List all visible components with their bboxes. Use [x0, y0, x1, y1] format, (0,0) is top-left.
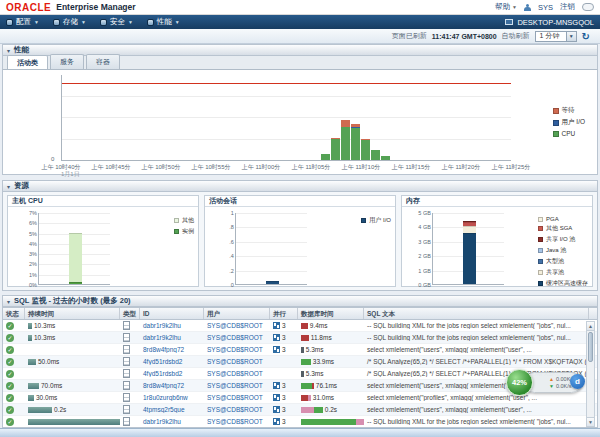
column-header-4[interactable]: 用户 [204, 308, 270, 319]
download-arrow-icon: ▼ [549, 383, 554, 389]
collapse-icon: ▾ [7, 183, 10, 190]
table-row[interactable]: ✓0.2s4tpmsq2r5queSYS@CDB$ROOT3 0.2sselec… [3, 404, 597, 416]
parallel-degree: 3 [282, 418, 286, 425]
column-header-6[interactable]: 数据库时间 [298, 308, 364, 319]
table-scrollbar[interactable]: ▲ ▼ [586, 321, 595, 427]
column-header-3[interactable]: ID [140, 308, 204, 319]
sql-type-icon [123, 369, 130, 378]
menu-items: 配置▼存储▼安全▼性能▼ [6, 17, 194, 27]
activity-bar[interactable] [361, 74, 370, 160]
user-link[interactable]: SYS@CDB$ROOT [207, 382, 263, 389]
table-row[interactable]: ✓50.0ms4fyd51rdsbd2SYS@CDB$ROOT 33.9ms/*… [3, 356, 597, 368]
sql-monitor-section-header[interactable]: ▾ SQL 监视 - 过去的小时数 (最多 20) [2, 295, 598, 307]
host_cpu-bar[interactable] [69, 233, 82, 284]
parallel-degree: 3 [282, 334, 286, 341]
menu-security[interactable]: 安全▼ [100, 17, 133, 27]
table-row[interactable]: ✓10.3msdabr1r9k2lhuSYS@CDB$ROOT3 11.8ms-… [3, 332, 597, 344]
sql-id-link[interactable]: 4tpmsq2r5que [143, 406, 185, 413]
y-axis-zero-label: 0 [51, 156, 54, 162]
overlay-app-icon[interactable]: d [570, 374, 585, 389]
y-tick-label: 4% [29, 241, 37, 247]
sql-text: /* SQL Analyze(65,2) */ SELECT /*+PARALL… [364, 358, 589, 365]
column-header-7[interactable]: SQL 文本 [364, 308, 589, 319]
activity-bar[interactable] [381, 74, 390, 160]
activity-chart-x-axis: 上午 10时40分上午 10时45分上午 10时50分上午 10时55分上午 1… [61, 163, 511, 175]
collapse-icon: ▾ [7, 298, 10, 305]
sql-type-icon [123, 417, 130, 426]
user-link[interactable]: SYS@CDB$ROOT [207, 358, 263, 365]
activity-bar[interactable] [371, 74, 380, 160]
memory-bar[interactable] [463, 221, 476, 284]
y-tick-label: .8 [229, 224, 234, 230]
column-header-0[interactable]: 状态 [3, 308, 25, 319]
y-tick-label: 3% [29, 251, 37, 257]
sql-id-link[interactable]: 4fyd51rdsbd2 [143, 358, 182, 365]
activity-bar[interactable] [321, 74, 330, 160]
table-row[interactable]: ✓10.3msdabr1r9k2lhuSYS@CDB$ROOT3 9.4ms--… [3, 320, 597, 332]
sql-type-icon [123, 405, 130, 414]
scroll-up-icon[interactable]: ▲ [587, 322, 594, 331]
column-header-5[interactable]: 并行 [270, 308, 298, 319]
duration-bar [28, 359, 36, 365]
sql-id-link[interactable]: 1r8u0zurqb6nw [143, 394, 188, 401]
chevron-down-icon: ▼ [512, 4, 517, 10]
user-link[interactable]: SYS@CDB$ROOT [207, 406, 263, 413]
db-time-value: 31.0ms [311, 394, 334, 401]
sql-type-icon [123, 393, 130, 402]
table-row[interactable]: ✓1.0sdabr1r9k2lhuSYS@CDB$ROOT3 0.4s-- SQ… [3, 416, 597, 428]
user-link[interactable]: SYS@CDB$ROOT [207, 394, 263, 401]
menu-storage[interactable]: 存储▼ [53, 17, 86, 27]
resources-section-header[interactable]: ▾ 资源 [2, 180, 598, 192]
x-tick-label: 上午 11时10分 [342, 163, 381, 172]
db-time-bar-segment [301, 395, 308, 401]
cpu-cores-line [62, 83, 511, 84]
db-time-value: 0.2s [323, 406, 337, 413]
activity-bar[interactable] [341, 74, 350, 160]
legend-swatch-icon [361, 218, 366, 223]
sql-id-link[interactable]: dabr1r9k2lhu [143, 334, 181, 341]
scroll-down-icon[interactable]: ▼ [587, 417, 594, 426]
sql-id-link[interactable]: dabr1r9k2lhu [143, 418, 181, 425]
sql-id-link[interactable]: 8rd8w4fpnq72 [143, 346, 184, 353]
active_sessions-bar[interactable] [266, 281, 279, 284]
column-header-2[interactable]: 类型 [120, 308, 140, 319]
user-link[interactable]: SYS@CDB$ROOT [207, 346, 263, 353]
sql-text: -- SQL building XML for the jobs region … [364, 322, 589, 329]
table-row[interactable]: ✓30.0ms1r8u0zurqb6nwSYS@CDB$ROOT3 31.0ms… [3, 392, 597, 404]
sql-text: select xmlelement("users", xmlagg( xmlel… [364, 346, 589, 353]
bar-segment [463, 233, 476, 284]
menu-wrench[interactable]: 配置▼ [6, 17, 39, 27]
sql-id-link[interactable]: 8rd8w4fpnq72 [143, 382, 184, 389]
status-done-icon: ✓ [6, 394, 14, 402]
user-link[interactable]: SYS@CDB$ROOT [207, 418, 263, 425]
db-time-bar-segment [301, 407, 314, 413]
help-menu[interactable]: 帮助 ▼ [495, 2, 517, 12]
chevron-down-icon: ▼ [34, 19, 39, 25]
menu-performance[interactable]: 性能▼ [147, 17, 180, 27]
activity-bar[interactable] [331, 74, 340, 160]
y-tick-label: 0 GB [418, 282, 431, 288]
user-link[interactable]: SYS@CDB$ROOT [207, 370, 263, 377]
sql-id-link[interactable]: 4fyd51rdsbd2 [143, 370, 182, 377]
sql-id-link[interactable]: dabr1r9k2lhu [143, 322, 181, 329]
column-header-1[interactable]: 持续时间 [25, 308, 120, 319]
status-done-icon: ✓ [6, 334, 14, 342]
overlay-percent-ball[interactable]: 42% [506, 369, 533, 396]
parallel-icon [273, 346, 280, 353]
logout-link[interactable]: 注销 [560, 2, 575, 12]
refresh-icon[interactable]: ↻ [582, 31, 590, 42]
current-user[interactable]: SYS [538, 3, 553, 12]
refresh-interval-select[interactable]: 1 分钟 ▼ [535, 31, 577, 42]
user-link[interactable]: SYS@CDB$ROOT [207, 334, 263, 341]
scrollbar-thumb[interactable] [588, 332, 593, 362]
legend-swatch-icon [538, 226, 543, 231]
table-row[interactable]: ✓8rd8w4fpnq72SYS@CDB$ROOT3 5.3msselect x… [3, 344, 597, 356]
chevron-down-icon: ▼ [175, 19, 180, 25]
tab-activity-classes[interactable]: 活动类 [7, 55, 48, 70]
activity-bar[interactable] [351, 74, 360, 160]
tab-services[interactable]: 服务 [50, 54, 84, 69]
tab-containers[interactable]: 容器 [86, 54, 120, 69]
user-link[interactable]: SYS@CDB$ROOT [207, 322, 263, 329]
legend-item: 其他 [174, 216, 194, 225]
legend-swatch-icon [553, 108, 559, 114]
